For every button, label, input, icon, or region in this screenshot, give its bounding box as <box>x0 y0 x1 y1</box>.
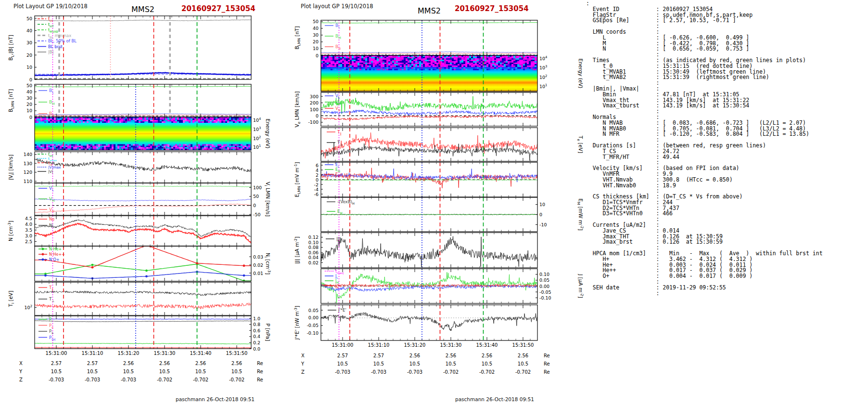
svg-text:|J| [μA m-2]: |J| [μA m-2] <box>294 236 300 264</box>
svg-text:30: 30 <box>26 40 32 45</box>
svg-text:VL: VL <box>49 186 54 192</box>
svg-text:Vi LMN [km/s]: Vi LMN [km/s] <box>264 182 271 216</box>
svg-text:BL: BL <box>335 23 340 29</box>
svg-text:-6: -6 <box>314 192 319 197</box>
svg-text:-2: -2 <box>314 182 319 187</box>
svg-text:40: 40 <box>26 89 32 94</box>
svg-text:10.5: 10.5 <box>87 369 98 374</box>
svg-text:0.10: 0.10 <box>308 240 319 245</box>
svg-text:ELMN [mV m-1]: ELMN [mV m-1] <box>294 162 301 197</box>
svg-text:Y: Y <box>19 369 23 374</box>
svg-text:0.8: 0.8 <box>253 322 260 327</box>
svg-text:Z: Z <box>19 377 23 382</box>
panel-b-lmn: 01020304050BLMN [nT]BLBMBN <box>8 83 251 119</box>
panel-electron-velocity-lmn: -1000100200300Ve LMN [km/s]VLVMVN <box>294 91 537 128</box>
svg-text:-0.702: -0.702 <box>229 377 244 382</box>
svg-text:2: 2 <box>316 172 319 178</box>
info-panel-text: : Event ID : 20160927_153054 FlagStr : s… <box>586 1 823 296</box>
svg-text:-0.10: -0.10 <box>306 330 319 336</box>
svg-text:-0.702: -0.702 <box>515 369 531 375</box>
panel-b-lmn: 01020304050BLMN [nT]BLBMBN <box>294 19 537 58</box>
svg-text:-0.05: -0.05 <box>539 289 551 295</box>
svg-text:2.57: 2.57 <box>337 353 348 358</box>
svg-text:0.01: 0.01 <box>253 271 263 276</box>
svg-text:0.08: 0.08 <box>308 245 319 250</box>
svg-text:120: 120 <box>24 170 32 175</box>
svg-text:10.5: 10.5 <box>195 369 206 374</box>
svg-text:101: 101 <box>253 144 261 150</box>
svg-text:140: 140 <box>24 152 32 157</box>
svg-text:4.0: 4.0 <box>25 222 32 227</box>
svg-text:N [cm-3]: N [cm-3] <box>7 221 13 241</box>
svg-text:104: 104 <box>539 55 547 61</box>
panel-ion-speed: 110120130140|Vi| [km/s]tHTtvmaxtcs|V|max… <box>8 152 251 184</box>
svg-text:X: X <box>19 361 23 366</box>
svg-text:-0.703: -0.703 <box>407 369 422 375</box>
panel-ion-temperature: 102Ti [eV]T∥T⊥ <box>8 282 251 315</box>
svg-text:0.05: 0.05 <box>539 277 549 283</box>
svg-text:15:31:10: 15:31:10 <box>82 351 103 356</box>
svg-text:10.5: 10.5 <box>159 369 170 374</box>
svg-text:15:31:00: 15:31:00 <box>332 342 354 348</box>
svg-text:VM: VM <box>49 196 55 203</box>
svg-text:300: 300 <box>310 94 319 99</box>
svg-text:-0.703: -0.703 <box>335 369 350 375</box>
svg-text:0.06: 0.06 <box>308 250 319 255</box>
svg-text:50: 50 <box>26 83 32 88</box>
svg-text:0.6: 0.6 <box>253 328 260 333</box>
svg-text:-0.702: -0.702 <box>479 369 495 375</box>
svg-text:T⊥: T⊥ <box>49 297 55 303</box>
svg-text:10.5: 10.5 <box>373 361 384 366</box>
svg-text:BN: BN <box>335 44 341 51</box>
svg-text:J [μA m-2]: J [μA m-2] <box>578 274 584 298</box>
svg-text:15:31:30: 15:31:30 <box>154 351 176 356</box>
svg-text:X: X <box>301 353 305 358</box>
svg-text:BM: BM <box>49 100 55 106</box>
middle-figure-layout-label: Plot layout GP 19/10/2018 <box>301 3 373 10</box>
panel-ion-energy-spectrogram: 104103102101Energy (eV) <box>35 117 271 150</box>
svg-text:0: 0 <box>316 113 319 118</box>
svg-text:0.2: 0.2 <box>253 340 260 345</box>
panel-e-field-lmn: -6-4-20246ELMN [mV m-1]ELEMEN <box>294 162 537 197</box>
svg-text:10: 10 <box>313 46 319 51</box>
svg-text:15:31:10: 15:31:10 <box>368 342 390 348</box>
svg-text:4.5: 4.5 <box>25 216 32 221</box>
svg-text:J'*E': J'*E' <box>338 308 346 313</box>
svg-text:-0.703: -0.703 <box>85 377 100 382</box>
svg-text:102: 102 <box>253 135 261 141</box>
svg-text:BLMN [nT]: BLMN [nT] <box>294 26 301 49</box>
svg-text:40: 40 <box>26 28 32 33</box>
svg-text:-0.10: -0.10 <box>539 295 551 300</box>
svg-text:10.5: 10.5 <box>51 369 62 374</box>
left-figure-title: MMS2 <box>109 5 177 14</box>
svg-text:Ne: Ne <box>49 217 55 222</box>
svg-text:BM: BM <box>335 34 341 40</box>
svg-text:|Vi| [km/s]: |Vi| [km/s] <box>8 155 15 180</box>
svg-text:N O+: N O+ <box>49 258 60 262</box>
svg-text:50: 50 <box>253 194 259 199</box>
svg-text:102: 102 <box>539 74 547 80</box>
svg-text:-(VexB)M: -(VexB)M <box>337 199 355 205</box>
svg-text:Ni: Ni <box>49 223 53 228</box>
svg-text:30: 30 <box>313 32 319 38</box>
svg-text:-0.05: -0.05 <box>306 323 319 328</box>
svg-text:10.5: 10.5 <box>482 361 492 366</box>
svg-text:101: 101 <box>539 83 547 89</box>
svg-text:N He++: N He++ <box>49 252 65 257</box>
svg-text:BL brst: BL brst <box>48 44 63 49</box>
svg-text:Te [eV]: Te [eV] <box>576 135 584 153</box>
svg-text:0.05: 0.05 <box>308 308 319 313</box>
svg-text:0.00: 0.00 <box>308 315 319 320</box>
svg-text:0.0: 0.0 <box>253 346 260 352</box>
panel-current-lmn: -0.10-0.050.000.050.10J [μA m-2]tmaxJJLJ… <box>321 269 584 304</box>
panel-pressure: 0.00.20.40.60.81.0P [nPa]PiPePbPtot <box>35 316 271 352</box>
svg-text:-0.703: -0.703 <box>121 377 136 382</box>
svg-text:Ve LMN [km/s]: Ve LMN [km/s] <box>294 91 301 128</box>
svg-text:BL,|B| [nT]: BL,|B| [nT] <box>8 35 15 61</box>
middle-figure-title: MMS2 <box>396 6 463 15</box>
svg-text:2.56: 2.56 <box>482 353 492 358</box>
svg-text:3.0: 3.0 <box>25 233 32 238</box>
svg-text:VN: VN <box>335 106 340 112</box>
left-figure-layout-label: Plot Layout GP 19/10/2018 <box>13 3 88 10</box>
svg-text:0.03: 0.03 <box>253 254 263 260</box>
